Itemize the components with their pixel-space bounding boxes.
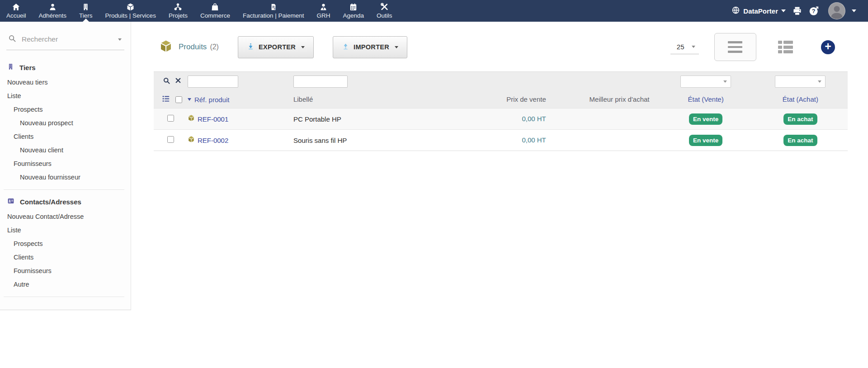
sidebar-item-nouveau-client[interactable]: Nouveau client — [0, 143, 131, 157]
nav-item-agenda[interactable]: Agenda — [337, 0, 371, 22]
filter-row — [154, 72, 848, 91]
product-ref-link[interactable]: REF-0001 — [198, 115, 228, 123]
product-label: PC Portable HP — [293, 109, 442, 130]
nav-label: Commerce — [200, 12, 230, 19]
search-dropdown-caret-icon[interactable] — [118, 38, 122, 41]
building-icon — [7, 63, 14, 72]
export-button[interactable]: EXPORTER — [238, 36, 314, 58]
nav-item-facturation-paiement[interactable]: $ Facturation | Paiement — [236, 0, 311, 22]
sidebar-divider — [4, 297, 124, 297]
chevron-down-icon — [723, 80, 727, 83]
nav-item-outils[interactable]: Outils — [370, 0, 399, 22]
search-icon — [8, 34, 16, 44]
nav-item-adherents[interactable]: Adhérents — [33, 0, 73, 22]
row-checkbox[interactable] — [167, 115, 174, 122]
nav-label: Adhérents — [39, 12, 67, 19]
search-input[interactable] — [22, 35, 113, 43]
filter-sale-status-select[interactable] — [680, 75, 731, 88]
import-button[interactable]: IMPORTER — [333, 36, 407, 58]
nav-label: GRH — [317, 12, 330, 19]
print-button[interactable] — [792, 6, 802, 16]
nav-item-accueil[interactable]: Accueil — [0, 0, 33, 22]
sort-desc-icon — [188, 98, 191, 101]
nav-item-commerce[interactable]: Commerce — [194, 0, 236, 22]
sidebar-section-contacts-adresses[interactable]: Contacts/Adresses — [0, 194, 131, 210]
sidebar-item-nouveau-fournisseur[interactable]: Nouveau fournisseur — [0, 170, 131, 184]
sidebar-item-prospects[interactable]: Prospects — [0, 103, 131, 116]
left-sidebar: Tiers Nouveau tiers Liste Prospects Nouv… — [0, 22, 131, 310]
column-header-libelle[interactable]: Libellé — [293, 95, 313, 103]
sidebar-item-nouveau-contact-adresse[interactable]: Nouveau Contact/Adresse — [0, 210, 131, 223]
globe-icon — [731, 6, 740, 16]
help-button[interactable]: ? — [809, 6, 819, 16]
filter-search-icon[interactable] — [163, 77, 170, 86]
sidebar-item-contacts-prospects[interactable]: Prospects — [0, 237, 131, 250]
sidebar-item-liste-tiers[interactable]: Liste — [0, 89, 131, 103]
sidebar-item-liste-contacts[interactable]: Liste — [0, 223, 131, 237]
chevron-down-icon — [781, 9, 786, 12]
sidebar-item-contacts-autre[interactable]: Autre — [0, 278, 131, 291]
filter-buy-status-select[interactable] — [775, 75, 826, 88]
member-icon — [48, 3, 57, 11]
svg-text:?: ? — [812, 8, 816, 14]
product-cube-icon — [159, 39, 173, 55]
sell-price: 0,00 HT — [522, 115, 546, 123]
sidebar-section-tiers[interactable]: Tiers — [0, 60, 131, 75]
nav-item-tiers[interactable]: Tiers — [73, 0, 99, 22]
column-header-ref[interactable]: Réf. produit — [194, 96, 230, 104]
nav-label: Produits | Services — [105, 12, 156, 19]
top-navbar: Accueil Adhérents Tiers Produits | Servi… — [0, 0, 868, 22]
export-label: EXPORTER — [259, 43, 296, 51]
nav-item-produits-services[interactable]: Produits | Services — [99, 0, 162, 22]
nav-item-projets[interactable]: Projets — [162, 0, 194, 22]
best-buy-price — [555, 109, 659, 130]
table-header-row: Réf. produit Libellé Prix de vente Meill… — [154, 91, 848, 109]
filter-clear-icon[interactable] — [175, 77, 181, 85]
page-header: Produits (2) EXPORTER IMPORTER 25 — [159, 35, 835, 59]
product-table: Réf. produit Libellé Prix de vente Meill… — [154, 71, 848, 151]
column-header-etat-achat[interactable]: État (Achat) — [783, 95, 818, 103]
column-header-etat-vente[interactable]: État (Vente) — [688, 95, 724, 103]
table-row: REF-0002 Souris sans fil HP 0,00 HT En v… — [154, 130, 848, 151]
product-cube-icon — [188, 114, 195, 123]
list-view-icon — [728, 41, 742, 43]
column-header-meilleur-prix[interactable]: Meilleur prix d'achat — [590, 95, 650, 103]
nav-label: Projets — [169, 12, 188, 19]
select-all-checkbox[interactable] — [175, 96, 182, 103]
sidebar-item-contacts-fournisseurs[interactable]: Fournisseurs — [0, 264, 131, 278]
buy-status-badge: En achat — [783, 135, 817, 146]
section-title: Tiers — [19, 64, 36, 71]
company-menu[interactable]: DataPorter — [731, 6, 786, 16]
nav-label: Accueil — [6, 12, 26, 19]
nav-label: Tiers — [79, 12, 93, 19]
nav-item-grh[interactable]: GRH — [311, 0, 337, 22]
page-size-value: 25 — [677, 43, 684, 51]
filter-label-input[interactable] — [293, 75, 348, 88]
user-menu-chevron-icon[interactable] — [852, 9, 856, 12]
column-selector-icon[interactable] — [162, 95, 170, 104]
kanban-view-button[interactable] — [778, 41, 793, 53]
list-view-button[interactable] — [714, 33, 756, 61]
page-title: Produits — [179, 42, 207, 52]
add-product-button[interactable]: + — [821, 40, 835, 54]
filter-ref-input[interactable] — [188, 75, 238, 88]
sidebar-item-fournisseurs[interactable]: Fournisseurs — [0, 157, 131, 170]
building-icon — [82, 3, 90, 11]
sidebar-item-nouveau-prospect[interactable]: Nouveau prospect — [0, 116, 131, 130]
page-size-select[interactable]: 25 — [670, 40, 699, 54]
row-checkbox[interactable] — [167, 136, 174, 143]
avatar[interactable] — [828, 2, 845, 19]
product-ref-link[interactable]: REF-0002 — [198, 137, 228, 144]
kanban-view-icon — [778, 41, 793, 44]
sale-status-badge: En vente — [689, 113, 722, 125]
column-header-prix-vente[interactable]: Prix de vente — [506, 95, 546, 103]
tools-icon — [380, 3, 389, 11]
sell-price: 0,00 HT — [522, 136, 546, 144]
sidebar-item-clients[interactable]: Clients — [0, 130, 131, 143]
sidebar-item-nouveau-tiers[interactable]: Nouveau tiers — [0, 75, 131, 89]
sidebar-item-contacts-clients[interactable]: Clients — [0, 250, 131, 264]
navbar-right: DataPorter ? — [731, 0, 868, 22]
upload-arrow-icon — [342, 42, 349, 52]
sitemap-icon — [174, 3, 182, 11]
nav-label: Outils — [377, 12, 392, 19]
